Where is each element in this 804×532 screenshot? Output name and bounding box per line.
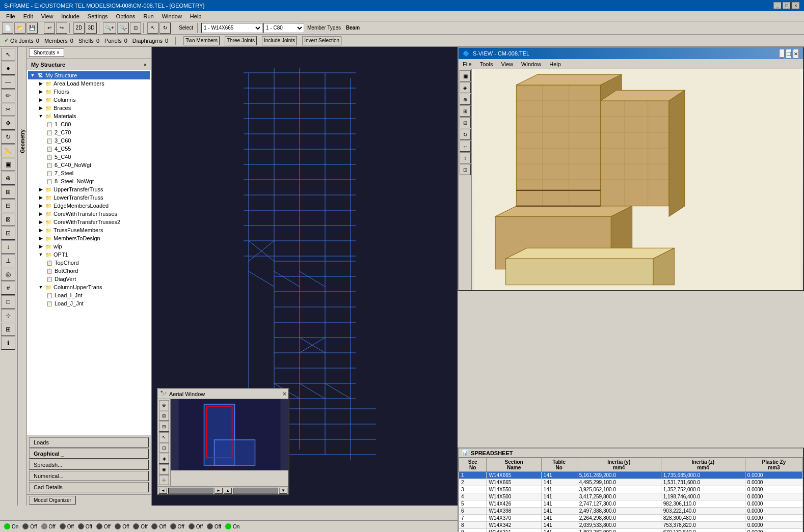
tree-node-lower-truss[interactable]: ▶ 📁 LowerTransferTruss <box>28 193 150 202</box>
tree-node-area-load[interactable]: ▶ 📁 Area Load Members <box>28 79 150 88</box>
lt-move[interactable]: ✥ <box>1 117 15 130</box>
menu-window[interactable]: Window <box>158 12 186 20</box>
menu-options[interactable]: Options <box>112 12 140 20</box>
tree-node-materials[interactable]: ▼ 📁 Materials <box>28 112 150 120</box>
win-controls[interactable]: _ □ × <box>773 2 800 9</box>
central-view[interactable]: 🔭 Aerial Window × ⊕ ⊞ ⊟ ↖ ⊡ ◈ ◉ ⊹ <box>152 47 458 506</box>
lt-draw[interactable]: ✏ <box>1 89 15 102</box>
tree-node-load-i[interactable]: 📋 Load_I_Jnt <box>28 291 150 299</box>
menu-run[interactable]: Run <box>140 12 158 20</box>
sv-btn-7[interactable]: ↔ <box>460 141 471 152</box>
cad-details-btn[interactable]: Cad Details <box>29 482 149 492</box>
sv-btn-6[interactable]: ↻ <box>460 129 471 140</box>
lt-member[interactable]: — <box>1 75 15 89</box>
tree-node-c70[interactable]: 📋 2_C70 <box>28 128 150 136</box>
expander[interactable]: ▶ <box>37 227 44 234</box>
panel-close-icon[interactable]: × <box>144 62 147 68</box>
expander-root[interactable]: ▼ <box>29 72 36 79</box>
tree-node-wip[interactable]: ▶ 📁 wip <box>28 242 150 250</box>
ae-btn2[interactable]: ⊞ <box>159 411 169 421</box>
lt-array[interactable]: ⊠ <box>1 213 15 226</box>
graphical-btn[interactable]: Graphical _ <box>29 449 149 459</box>
aerial-scrollbar[interactable]: ◄ ► ▲ ▼ <box>158 486 288 494</box>
sv-btn-8[interactable]: ↕ <box>460 152 471 163</box>
lt-numbering[interactable]: # <box>1 282 15 295</box>
tree-node-design[interactable]: ▶ 📁 MembersToDesign <box>28 234 150 242</box>
lt-spring[interactable]: ⊡ <box>1 227 15 240</box>
scroll-down[interactable]: ▼ <box>279 488 287 494</box>
table-row[interactable]: 4 W14X500 141 3,417,259,800.0 1,198,746,… <box>459 493 803 500</box>
close-btn[interactable]: × <box>792 2 800 9</box>
three-joints-btn[interactable]: Three Joints <box>225 36 257 45</box>
lt-node[interactable]: ● <box>1 62 15 75</box>
ss-tbody[interactable]: 1 W14X665 141 5,161,269,200.0 1,735,685,… <box>459 472 803 533</box>
tb-open[interactable]: 📂 <box>14 22 25 34</box>
tb-select-mode[interactable]: ↖ <box>147 22 158 34</box>
lt-grid[interactable]: ⊞ <box>1 323 15 336</box>
tree-node-steel[interactable]: 📋 7_Steel <box>28 169 150 177</box>
tree-node-upper-truss[interactable]: ▶ 📁 UpperTransferTruss <box>28 185 150 193</box>
scroll-left[interactable]: ◄ <box>159 488 167 494</box>
ss-table-container[interactable]: SecNo SectionName TableNo Inertia (y)mm4… <box>459 458 803 532</box>
tree-node-c80[interactable]: 📋 1_C80 <box>28 120 150 128</box>
tb-3d[interactable]: 3D <box>86 22 97 34</box>
menu-help[interactable]: Help <box>186 12 206 20</box>
ae-btn1[interactable]: ⊕ <box>159 400 169 410</box>
ae-btn8[interactable]: ⊹ <box>159 475 169 485</box>
tb-save[interactable]: 💾 <box>26 22 38 34</box>
hscroll-track[interactable] <box>168 488 213 494</box>
tree-node-c40[interactable]: 📋 5_C40 <box>28 153 150 161</box>
lt-support[interactable]: ⊥ <box>1 254 15 267</box>
ae-btn6[interactable]: ◈ <box>159 454 169 464</box>
lt-rotate2[interactable]: ↻ <box>1 130 15 144</box>
tb-undo[interactable]: ↩ <box>44 22 55 34</box>
lt-release[interactable]: ◎ <box>1 268 15 281</box>
lt-load[interactable]: ↓ <box>1 240 15 254</box>
scroll-right[interactable]: ► <box>215 488 223 494</box>
expander[interactable]: ▼ <box>37 251 44 258</box>
aerial-window[interactable]: 🔭 Aerial Window × ⊕ ⊞ ⊟ ↖ ⊡ ◈ ◉ ⊹ <box>157 388 289 495</box>
sview-max-btn[interactable]: □ <box>786 49 792 59</box>
tree-node-c40nw[interactable]: 📋 6_C40_NoWgt <box>28 161 150 169</box>
tree-node-steelnw[interactable]: 📋 8_Steel_NoWgt <box>28 177 150 185</box>
minimize-btn[interactable]: _ <box>773 2 782 9</box>
tree-area[interactable]: ▼ 🏗 My Structure ▶ 📁 Area Load Members ▶… <box>27 70 151 435</box>
expander[interactable]: ▶ <box>37 235 44 242</box>
lt-select[interactable]: ↖ <box>1 48 15 61</box>
tree-node-top[interactable]: 📋 TopChord <box>28 259 150 267</box>
sv-btn-9[interactable]: ⊡ <box>460 164 471 175</box>
lt-snap[interactable]: ⊹ <box>1 309 15 322</box>
menu-file[interactable]: File <box>2 12 19 20</box>
ae-btn3[interactable]: ⊟ <box>159 422 169 432</box>
vscroll-track[interactable] <box>233 488 278 494</box>
tb-new[interactable]: 📄 <box>2 22 13 34</box>
expander[interactable]: ▶ <box>37 210 44 217</box>
tree-node-core2[interactable]: ▶ 📁 CoreWithTransferTrusses2 <box>28 218 150 226</box>
sv-btn-1[interactable]: ▣ <box>460 70 471 81</box>
sv-btn-5[interactable]: ⊟ <box>460 117 471 128</box>
expander[interactable]: ▶ <box>37 186 44 193</box>
sview-menu-file[interactable]: File <box>459 60 476 68</box>
tree-node-c60[interactable]: 📋 3_C60 <box>28 136 150 145</box>
expander[interactable]: ▶ <box>37 80 44 87</box>
lt-props[interactable]: ℹ <box>1 337 15 350</box>
model-organizer-btn[interactable]: Model Organizer <box>29 496 76 505</box>
scroll-up[interactable]: ▲ <box>224 488 232 494</box>
tree-node-col-upper[interactable]: ▼ 📁 ColumnUpperTrans <box>28 283 150 291</box>
lt-section[interactable]: ▣ <box>1 158 15 171</box>
menu-view[interactable]: View <box>37 12 58 20</box>
sview-menu-view[interactable]: View <box>497 60 517 68</box>
tb-zoom-fit[interactable]: ⊡ <box>130 22 141 34</box>
invert-btn[interactable]: Invert Selection <box>302 36 341 45</box>
tree-node-edge[interactable]: ▶ 📁 EdgeMembersLoaded <box>28 202 150 210</box>
menu-edit[interactable]: Edit <box>19 12 37 20</box>
two-members-btn[interactable]: Two Members <box>183 36 220 45</box>
table-row[interactable]: 2 W14X665 141 4,495,299,100.0 1,531,731,… <box>459 479 803 486</box>
aerial-header[interactable]: 🔭 Aerial Window × <box>158 389 288 399</box>
ae-btn7[interactable]: ◉ <box>159 464 169 474</box>
tb-zoom-in[interactable]: 🔍+ <box>103 22 116 34</box>
table-row[interactable]: 1 W14X665 141 5,161,269,200.0 1,735,685,… <box>459 472 803 479</box>
tb-2d[interactable]: 2D <box>73 22 85 34</box>
lt-view3d[interactable]: □ <box>1 295 15 309</box>
tree-node-floors[interactable]: ▶ 📁 Floors <box>28 88 150 96</box>
